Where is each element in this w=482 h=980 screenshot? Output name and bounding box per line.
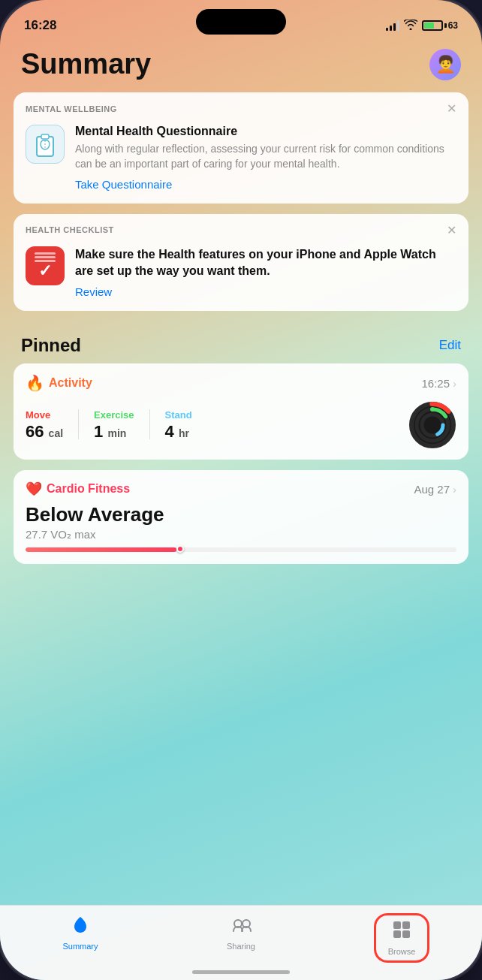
mental-wellbeing-title: Mental Health Questionnaire [75,125,456,138]
review-link[interactable]: Review [75,285,112,298]
phone-frame: 16:28 63 [0,0,482,980]
health-checklist-card-header: HEALTH CHECKLIST ✕ [14,214,468,243]
cardio-fitness-header: ❤️ Cardio Fitness Aug 27 › [26,481,456,497]
wifi-icon [404,20,417,32]
tab-summary[interactable]: Summary [0,912,161,951]
status-time: 16:28 [24,18,56,33]
take-questionnaire-link[interactable]: Take Questionnaire [75,178,172,191]
activity-card[interactable]: 🔥 Activity 16:25 › Move 66 [14,363,468,460]
move-label: Move [26,409,63,421]
activity-time-value: 16:25 [421,377,450,390]
svg-rect-16 [402,930,410,938]
activity-stats: Move 66 cal Exercise 1 min [26,401,456,449]
cardio-date-value: Aug 27 [414,483,450,496]
tab-bar: Summary Sharing [0,905,482,980]
status-icons: 63 [386,20,458,32]
stand-label: Stand [165,409,192,421]
signal-bar-4 [397,20,399,31]
battery-tip [444,23,447,28]
activity-time: 16:25 › [421,377,456,390]
svg-rect-2 [41,134,49,139]
activity-flame-icon: 🔥 [26,374,44,392]
pinned-section-header: Pinned Edit [0,321,482,363]
health-checklist-card-body: ✓ Make sure the Health features on your … [14,243,468,312]
stand-unit: hr [179,427,189,439]
signal-bar-1 [386,28,388,31]
mental-wellbeing-close-icon[interactable]: ✕ [447,101,456,116]
bottom-spacer [0,574,482,590]
summary-tab-label: Summary [62,942,98,951]
cardio-vo2: 27.7 VO₂ max [26,528,456,541]
battery-fill [424,23,434,29]
checklist-lines [35,252,56,262]
dynamic-island [196,9,286,35]
checklist-line-1 [35,252,56,255]
checklist-line-3 [35,260,56,262]
move-metric: Move 66 cal [26,409,63,442]
cardio-value-row: Below Average 27.7 VO₂ max [26,503,456,541]
exercise-value: 1 min [94,422,134,442]
battery-indicator: 63 [422,20,458,31]
cardio-bar-container [26,547,456,553]
summary-tab-icon [71,915,90,939]
exercise-metric: Exercise 1 min [94,409,134,442]
mental-wellbeing-card-header: MENTAL WELLBEING ✕ [14,92,468,122]
svg-rect-14 [402,921,410,929]
health-checklist-icon: ✓ [26,246,65,285]
metric-divider-1 [78,409,79,439]
page-header: Summary 🧑‍🦱 [0,41,482,92]
browse-highlight-border[interactable]: Browse [374,913,430,963]
sharing-tab-label: Sharing [227,942,255,951]
cardio-fitness-card[interactable]: ❤️ Cardio Fitness Aug 27 › Below Average… [14,470,468,564]
cardio-fitness-title: Cardio Fitness [47,482,130,496]
activity-label: 🔥 Activity [26,374,92,392]
health-checklist-section-label: HEALTH CHECKLIST [26,225,114,234]
mental-wellbeing-section-label: MENTAL WELLBEING [26,104,117,113]
activity-chevron-icon: › [453,377,456,390]
cardio-status: Below Average [26,503,456,526]
svg-rect-13 [393,921,401,929]
cardio-fitness-label: ❤️ Cardio Fitness [26,481,130,497]
mental-wellbeing-card-body: Mental Health Questionnaire Along with r… [14,122,468,204]
checklist-line-2 [35,256,56,258]
mental-wellbeing-description: Along with regular reflection, assessing… [75,141,456,172]
battery-percent: 63 [448,20,458,31]
activity-card-header: 🔥 Activity 16:25 › [26,374,456,392]
exercise-label: Exercise [94,409,134,421]
signal-icon [386,20,399,31]
activity-title: Activity [49,376,92,390]
signal-bar-3 [393,23,396,31]
signal-bar-2 [390,26,392,31]
mental-health-icon [26,125,65,164]
cardio-heart-icon: ❤️ [26,481,42,497]
exercise-unit: min [107,427,126,439]
health-checklist-text: Make sure the Health features on your iP… [75,246,456,300]
health-checklist-card: HEALTH CHECKLIST ✕ ✓ [14,214,468,312]
mental-wellbeing-card: MENTAL WELLBEING ✕ [14,92,468,204]
activity-metrics: Move 66 cal Exercise 1 min [26,409,192,442]
cardio-bar-fill [26,547,176,552]
move-unit: cal [49,427,63,439]
move-value: 66 cal [26,422,63,442]
browse-tab-icon [392,920,411,944]
sharing-tab-icon [230,915,252,939]
scrollable-content[interactable]: Summary 🧑‍🦱 MENTAL WELLBEING ✕ [0,41,482,905]
avatar[interactable]: 🧑‍🦱 [429,49,461,80]
stand-metric: Stand 4 hr [165,409,192,442]
pinned-edit-button[interactable]: Edit [439,338,461,353]
checklist-check-icon: ✓ [38,261,52,281]
metric-divider-2 [149,409,150,439]
cardio-chevron-icon: › [453,483,456,496]
svg-rect-15 [393,930,401,938]
battery-body [422,20,443,31]
cardio-fitness-date: Aug 27 › [414,483,456,496]
tab-sharing[interactable]: Sharing [161,912,321,951]
content-area: Summary 🧑‍🦱 MENTAL WELLBEING ✕ [0,41,482,980]
pinned-section-title: Pinned [21,335,81,356]
home-indicator [192,970,290,974]
stand-value: 4 hr [165,422,192,442]
cardio-bar-background [26,547,456,552]
health-checklist-close-icon[interactable]: ✕ [447,223,456,237]
health-checklist-description: Make sure the Health features on your iP… [75,246,456,280]
tab-browse-wrapper[interactable]: Browse [321,912,482,963]
